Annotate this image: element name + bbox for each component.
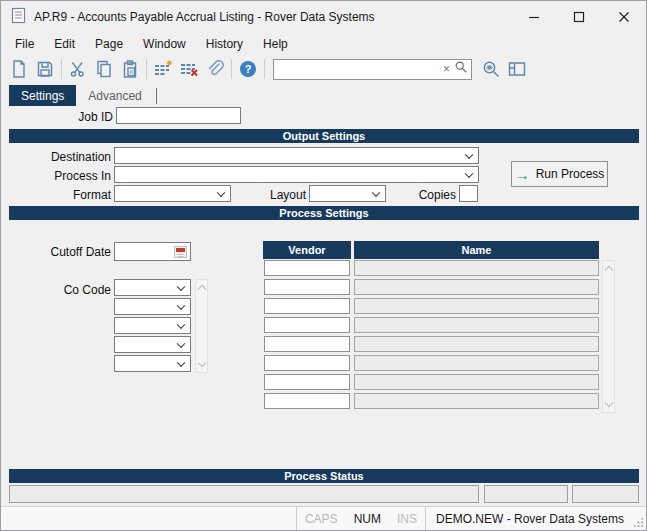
run-process-label: Run Process (536, 167, 605, 181)
chevron-down-icon (465, 150, 473, 158)
name-field (354, 336, 599, 352)
vendor-input[interactable] (264, 317, 350, 333)
menu-edit[interactable]: Edit (44, 35, 85, 53)
name-field (354, 298, 599, 314)
vendor-column-header: Vendor (263, 241, 351, 259)
process-settings-header: Process Settings (9, 206, 639, 220)
copy-icon (94, 59, 114, 79)
layout-icon (507, 59, 527, 79)
co-code-select[interactable] (114, 317, 191, 334)
job-id-label: Job ID (31, 110, 113, 124)
magnifier-eye-icon (481, 59, 502, 80)
app-window: AP.R9 - Accounts Payable Accrual Listing… (0, 0, 647, 531)
table-row (263, 317, 599, 336)
process-status-header: Process Status (9, 469, 639, 483)
chevron-down-icon (177, 320, 185, 328)
copy-button[interactable] (91, 57, 117, 81)
attachment-button[interactable] (202, 57, 228, 81)
vendor-input[interactable] (264, 260, 350, 276)
copies-input[interactable] (459, 185, 478, 202)
co-code-select[interactable] (114, 279, 191, 296)
co-code-select[interactable] (114, 355, 191, 372)
insert-record-button[interactable] (150, 57, 176, 81)
search-clear-icon[interactable]: × (439, 62, 454, 76)
new-document-button[interactable] (6, 57, 32, 81)
scroll-down-icon[interactable] (197, 359, 205, 367)
minimize-button[interactable] (511, 1, 556, 33)
format-select[interactable] (114, 185, 231, 202)
co-code-scrollbar[interactable] (195, 279, 208, 373)
destination-select[interactable] (114, 147, 479, 164)
name-field (354, 393, 599, 409)
co-code-select[interactable] (114, 298, 191, 315)
status-field-2 (484, 485, 568, 503)
resize-grip[interactable] (632, 507, 646, 530)
cut-button[interactable] (65, 57, 91, 81)
cut-icon (68, 59, 88, 79)
scroll-down-icon[interactable] (604, 399, 612, 407)
table-row (263, 298, 599, 317)
delete-record-icon (179, 59, 199, 79)
help-icon: ? (238, 59, 258, 79)
menu-file[interactable]: File (5, 35, 44, 53)
search-input[interactable] (277, 62, 439, 76)
tab-settings[interactable]: Settings (9, 85, 76, 106)
toolbar-separator (146, 59, 147, 79)
chevron-down-icon (177, 282, 185, 290)
toolbar-separator (61, 59, 62, 79)
layout-label: Layout (241, 188, 306, 202)
maximize-button[interactable] (556, 1, 601, 33)
help-button[interactable]: ? (235, 57, 261, 81)
paperclip-icon (205, 59, 225, 79)
connection-status: DEMO.NEW - Rover Data Systems (426, 512, 632, 526)
close-button[interactable] (601, 1, 646, 33)
name-column-header: Name (354, 241, 599, 259)
tab-advanced[interactable]: Advanced (76, 85, 153, 106)
table-row (263, 279, 599, 298)
insert-record-icon (153, 59, 173, 79)
menu-history[interactable]: History (196, 35, 253, 53)
status-message-field (9, 485, 479, 503)
menu-window[interactable]: Window (133, 35, 196, 53)
process-in-select[interactable] (114, 166, 479, 183)
vendor-input[interactable] (264, 374, 350, 390)
layout-button[interactable] (504, 57, 530, 81)
delete-record-button[interactable] (176, 57, 202, 81)
cutoff-date-input[interactable] (114, 242, 191, 261)
chevron-down-icon (465, 169, 473, 177)
tab-bar: Settings Advanced (9, 85, 157, 106)
job-id-input[interactable] (116, 107, 241, 124)
vendor-table-scrollbar[interactable] (602, 260, 615, 413)
name-field (354, 279, 599, 295)
calendar-icon[interactable] (174, 246, 187, 258)
search-icon[interactable] (454, 60, 468, 78)
preview-button[interactable] (478, 57, 504, 81)
caps-indicator: CAPS (297, 512, 346, 526)
vendor-input[interactable] (264, 279, 350, 295)
toolbar: ? × (1, 55, 646, 83)
scroll-up-icon[interactable] (197, 285, 205, 293)
vendor-input[interactable] (264, 393, 350, 409)
scroll-up-icon[interactable] (604, 266, 612, 274)
co-code-select[interactable] (114, 336, 191, 353)
vendor-input[interactable] (264, 355, 350, 371)
toolbar-separator (264, 59, 265, 79)
window-controls (511, 1, 646, 33)
table-row (263, 336, 599, 355)
window-title: AP.R9 - Accounts Payable Accrual Listing… (34, 10, 375, 24)
process-in-label: Process In (21, 169, 111, 183)
co-code-list (114, 279, 191, 374)
menu-help[interactable]: Help (253, 35, 298, 53)
svg-text:?: ? (245, 63, 252, 75)
vendor-input[interactable] (264, 298, 350, 314)
run-process-button[interactable]: → Run Process (511, 161, 608, 187)
save-button[interactable] (32, 57, 58, 81)
vendor-input[interactable] (264, 336, 350, 352)
tab-separator (156, 88, 157, 104)
menu-page[interactable]: Page (85, 35, 133, 53)
layout-select[interactable] (309, 185, 386, 202)
new-document-icon (9, 59, 29, 79)
paste-button[interactable] (117, 57, 143, 81)
chevron-down-icon (177, 301, 185, 309)
resize-grip-icon (633, 517, 644, 528)
